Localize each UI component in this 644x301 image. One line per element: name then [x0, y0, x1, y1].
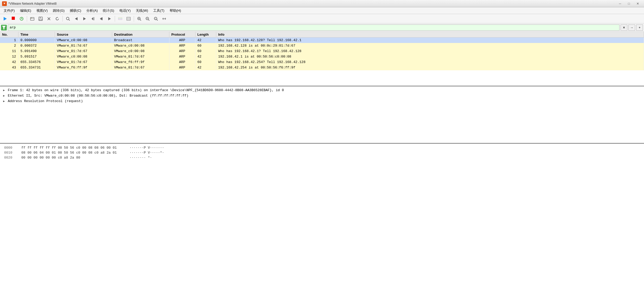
svg-line-33: [157, 20, 158, 21]
detail-arp-text: Address Resolution Protocol (request): [8, 99, 83, 103]
save-file-button[interactable]: [37, 15, 44, 22]
svg-rect-22: [127, 17, 130, 20]
table-cell: VMware_f6:ff:9f: [112, 59, 169, 65]
reload-button[interactable]: [53, 15, 61, 22]
hex-row: 001008 00 06 04 00 01 00 50 56 c0 00 08 …: [4, 150, 640, 155]
menu-capture[interactable]: 捕获(C): [67, 8, 84, 14]
svg-marker-0: [4, 17, 7, 21]
go-first-button[interactable]: [89, 15, 97, 22]
table-cell: VMware_01:7d:67: [55, 48, 112, 54]
svg-rect-15: [94, 17, 94, 20]
go-forward-button[interactable]: [81, 15, 88, 22]
detail-ethernet-text: Ethernet II, Src: VMware_c0:00:08 (00:50…: [8, 94, 188, 98]
svg-rect-20: [118, 18, 122, 19]
table-cell: 42: [195, 65, 216, 70]
menu-telephony[interactable]: 电话(Y): [117, 8, 133, 14]
coloring-rules-button[interactable]: [125, 15, 132, 22]
table-cell: 42: [195, 37, 216, 43]
menu-view[interactable]: 视图(V): [34, 8, 50, 14]
table-cell: ARP: [169, 43, 195, 48]
expand-arrow-ethernet: ▶: [3, 94, 6, 97]
hex-bytes: 00 00 00 00 00 00 c0 a8 2a 80: [21, 156, 125, 160]
table-cell: Who has 192.168.42.254? Tell 192.168.42.…: [216, 59, 644, 65]
hex-ascii: ········ *·: [130, 156, 152, 160]
go-next-button[interactable]: [106, 15, 113, 22]
stop-capture-button[interactable]: [9, 15, 17, 22]
start-capture-button[interactable]: [1, 15, 9, 22]
table-cell: 60: [195, 59, 216, 65]
table-cell: ARP: [169, 48, 195, 54]
window-title: *VMware Network Adapter VMnet8: [8, 2, 56, 5]
svg-line-11: [69, 20, 70, 21]
col-no: No.: [0, 32, 18, 37]
resize-columns-button[interactable]: [160, 15, 168, 22]
table-row[interactable]: 43655.334731VMware_f6:ff:9fVMware_01:7d:…: [0, 65, 644, 70]
table-cell: VMware_01:7d:67: [55, 43, 112, 48]
table-cell: 0.000000: [18, 37, 55, 43]
close-file-button[interactable]: [45, 15, 53, 22]
hex-bytes: 08 00 06 04 00 01 00 50 56 c0 00 08 c0 a…: [21, 151, 125, 155]
table-cell: 42: [0, 59, 18, 65]
filter-clear-button[interactable]: ✕: [621, 24, 627, 31]
app-icon: W: [2, 1, 7, 6]
table-cell: VMware_c0:00:08: [55, 37, 112, 43]
table-cell: 0.000372: [18, 43, 55, 48]
table-row[interactable]: 10.000000VMware_c0:00:08BroadcastARP42Wh…: [0, 37, 644, 43]
table-cell: VMware_c0:00:08: [112, 43, 169, 48]
expand-arrow-arp: ▶: [3, 99, 6, 103]
title-bar-left: W *VMware Network Adapter VMnet8: [2, 1, 56, 6]
zoom-reset-button[interactable]: 1:1: [152, 15, 160, 22]
menu-goto[interactable]: 跳转(G): [50, 8, 67, 14]
packet-detail: ▶ Frame 1: 42 bytes on wire (336 bits), …: [0, 86, 644, 144]
col-info: Info: [216, 32, 644, 37]
table-cell: Who has 192.168.42.128? Tell 192.168.42.…: [216, 37, 644, 43]
table-cell: 655.334576: [18, 59, 55, 65]
table-cell: VMware_f6:ff:9f: [55, 65, 112, 70]
detail-arp[interactable]: ▶ Address Resolution Protocol (request): [0, 98, 644, 104]
menu-tools[interactable]: 工具(T): [151, 8, 167, 14]
detail-frame[interactable]: ▶ Frame 1: 42 bytes on wire (336 bits), …: [0, 87, 644, 93]
zoom-in-button[interactable]: [135, 15, 143, 22]
table-cell: 5.091490: [18, 48, 55, 54]
menu-statistics[interactable]: 统计(S): [100, 8, 117, 14]
table-cell: 11: [0, 48, 18, 54]
close-button[interactable]: ✕: [634, 1, 642, 6]
table-row[interactable]: 125.091517VMware_c0:00:08VMware_01:7d:67…: [0, 54, 644, 59]
filter-bar: ✕ → +: [0, 23, 644, 32]
hex-ascii: ·······P V·······: [130, 146, 164, 150]
menu-help[interactable]: 帮助(H): [167, 8, 184, 14]
hex-offset: 0020: [4, 156, 17, 160]
table-cell: ARP: [169, 37, 195, 43]
table-cell: VMware_c0:00:08: [55, 54, 112, 59]
menu-edit[interactable]: 编辑(E): [17, 8, 34, 14]
menu-wireless[interactable]: 无线(W): [133, 8, 151, 14]
svg-marker-17: [100, 17, 101, 20]
open-file-button[interactable]: [28, 15, 36, 22]
filter-add-button[interactable]: +: [636, 24, 643, 31]
separator-3: [115, 16, 115, 22]
go-back-button[interactable]: [72, 15, 80, 22]
table-cell: 43: [0, 65, 18, 70]
packet-list[interactable]: No. Time Source Destination Protocol Len…: [0, 32, 644, 86]
table-row[interactable]: 115.091490VMware_01:7d:67VMware_c0:00:08…: [0, 48, 644, 54]
svg-marker-12: [75, 17, 78, 20]
colorize-button[interactable]: [116, 15, 124, 22]
menu-analyze[interactable]: 分析(A): [84, 8, 100, 14]
detail-ethernet[interactable]: ▶ Ethernet II, Src: VMware_c0:00:08 (00:…: [0, 93, 644, 98]
filter-arrow-button[interactable]: →: [628, 24, 635, 31]
table-row[interactable]: 42655.334576VMware_01:7d:67VMware_f6:ff:…: [0, 59, 644, 65]
hex-offset: 0000: [4, 146, 17, 150]
maximize-button[interactable]: □: [625, 1, 633, 6]
svg-line-31: [148, 20, 149, 21]
restart-capture-button[interactable]: [18, 15, 25, 22]
table-row[interactable]: 20.000372VMware_01:7d:67VMware_c0:00:08A…: [0, 43, 644, 48]
minimize-button[interactable]: ─: [616, 1, 624, 6]
window-controls: ─ □ ✕: [616, 1, 642, 6]
zoom-out-button[interactable]: [144, 15, 151, 22]
find-packet-button[interactable]: [64, 15, 72, 22]
menu-file[interactable]: 文件(F): [1, 8, 17, 14]
filter-input[interactable]: [8, 24, 620, 31]
detail-frame-text: Frame 1: 42 bytes on wire (336 bits), 42…: [8, 88, 284, 92]
hex-row: 0000ff ff ff ff ff ff 00 50 56 c0 00 08 …: [4, 145, 640, 150]
go-prev-button[interactable]: [97, 15, 105, 22]
